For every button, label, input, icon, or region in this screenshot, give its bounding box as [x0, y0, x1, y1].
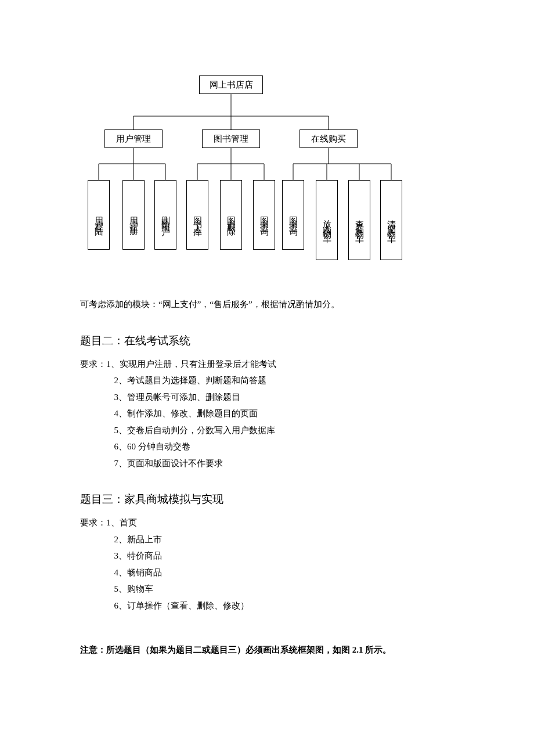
- topic3-requirements: 要求：1、首页 2、新品上市 3、特价商品 4、畅销商品 5、购物车 6、订单操…: [80, 514, 464, 614]
- chart-leaf-user-login: 用户登陆: [88, 180, 110, 250]
- topic2-requirements: 要求：1、实现用户注册，只有注册登录后才能考试 2、考试题目为选择题、判断题和简…: [80, 356, 464, 472]
- chart-leaf-user-register: 用户注册: [122, 180, 145, 250]
- chart-leaf-buy-view-cart: 查看购物车: [348, 180, 370, 260]
- topic2-req-2: 2、考试题目为选择题、判断题和简答题: [114, 372, 465, 389]
- topic2-req-7: 7、页面和版面设计不作要求: [114, 455, 465, 472]
- chart-branch-online-buy: 在线购买: [300, 129, 358, 148]
- chart-leaf-user-delete: 删除用户: [154, 180, 176, 250]
- note: 注意：所选题目（如果为题目二或题目三）必须画出系统框架图，如图 2.1 所示。: [80, 642, 464, 658]
- topic3-req-3: 3、特价商品: [114, 548, 465, 564]
- topic3-req-1: 1、首页: [106, 518, 137, 527]
- chart-leaf-book-delete: 图书删除: [220, 180, 242, 250]
- topic2-req-4: 4、制作添加、修改、删除题目的页面: [114, 405, 465, 422]
- topic2-req-1: 1、实现用户注册，只有注册登录后才能考试: [106, 359, 276, 369]
- topic2-title: 题目二：在线考试系统: [80, 330, 464, 351]
- chart-branch-book-mgmt: 图书管理: [202, 129, 260, 148]
- module-note: 可考虑添加的模块：“网上支付”，“售后服务”，根据情况酌情加分。: [80, 296, 464, 313]
- chart-leaf-buy-query: 图书查询: [282, 180, 304, 250]
- chart-leaf-book-query: 图书查询: [253, 180, 275, 250]
- topic3-req-lead: 要求：: [80, 518, 106, 527]
- chart-root: 网上书店店: [199, 75, 263, 94]
- topic3-title: 题目三：家具商城模拟与实现: [80, 489, 464, 510]
- topic2-req-5: 5、交卷后自动判分，分数写入用户数据库: [114, 422, 465, 439]
- topic2-req-6: 6、60 分钟自动交卷: [114, 438, 465, 455]
- topic3-req-6: 6、订单操作（查看、删除、修改）: [114, 597, 465, 614]
- chart-branch-user-mgmt: 用户管理: [104, 129, 163, 148]
- topic3-req-4: 4、畅销商品: [114, 564, 465, 581]
- chart-leaf-book-in: 图书入库: [186, 180, 208, 250]
- org-chart: 网上书店店 用户管理 图书管理 在线购买 用户登陆 用户注册 删除用户 图书入库…: [81, 70, 406, 261]
- topic2-req-3: 3、管理员帐号可添加、删除题目: [114, 389, 465, 406]
- topic3-req-5: 5、购物车: [114, 581, 465, 597]
- chart-leaf-buy-clear-cart: 清空购物车: [380, 180, 402, 260]
- topic2-req-lead: 要求：: [80, 359, 106, 369]
- topic3-req-2: 2、新品上市: [114, 531, 465, 548]
- chart-leaf-buy-add-cart: 放入购物车: [316, 180, 338, 260]
